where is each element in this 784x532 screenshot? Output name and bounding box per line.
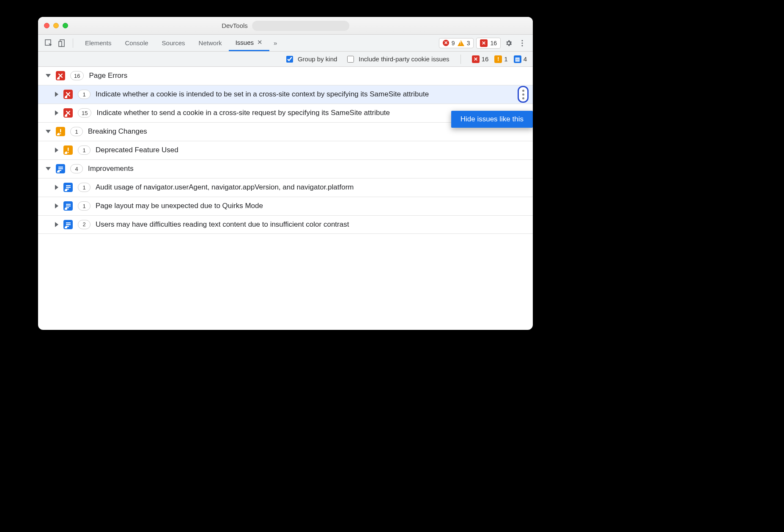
chevron-right-icon: [55, 203, 58, 208]
menu-item-hide-issues[interactable]: Hide issues like this: [461, 115, 524, 123]
error-badge-icon: ✕: [480, 39, 488, 47]
item-count-pill: 1: [78, 201, 90, 211]
issue-title: Page layout may be unexpected due to Qui…: [96, 201, 527, 211]
issue-group[interactable]: 16Page Errors: [38, 67, 533, 85]
issue-item[interactable]: 1Audit usage of navigator.userAgent, nav…: [38, 178, 533, 197]
console-status-badge[interactable]: ✕ 9 3: [439, 38, 474, 48]
traffic-lights: [44, 23, 68, 28]
device-toolbar-icon[interactable]: [57, 38, 68, 49]
svg-rect-29: [66, 224, 71, 225]
item-count-pill: 2: [78, 220, 90, 229]
error-circle-icon: ✕: [443, 40, 449, 46]
svg-rect-24: [66, 204, 71, 205]
error-icon: [63, 90, 73, 99]
group-by-kind-input[interactable]: [286, 56, 293, 63]
warning-badge-icon: !: [494, 55, 502, 63]
separator: [461, 55, 461, 64]
issue-item[interactable]: 1Indicate whether a cookie is intended t…: [38, 85, 533, 104]
chevron-down-icon: [46, 74, 51, 77]
svg-rect-18: [58, 170, 61, 171]
more-tabs-icon[interactable]: »: [269, 35, 281, 51]
more-menu-icon[interactable]: [517, 38, 528, 49]
devtools-toolbar: Elements Console Sources Network Issues …: [38, 35, 533, 52]
svg-rect-14: [68, 152, 69, 153]
svg-rect-20: [66, 185, 71, 186]
inspect-element-icon[interactable]: [43, 38, 54, 49]
issues-error-count: 16: [490, 40, 497, 47]
svg-rect-25: [66, 206, 71, 206]
group-count-pill: 4: [70, 164, 83, 173]
svg-point-3: [521, 40, 523, 41]
error-icon: [63, 108, 73, 118]
error-count-pair[interactable]: ✕16: [472, 55, 489, 63]
info-icon: [63, 201, 73, 211]
svg-rect-2: [59, 41, 62, 47]
issue-group[interactable]: 4Improvements: [38, 160, 533, 178]
item-count-pill: 1: [78, 183, 90, 192]
group-title: Breaking Changes: [88, 127, 527, 137]
svg-rect-10: [60, 129, 61, 132]
group-by-kind-label: Group by kind: [298, 55, 337, 63]
window-title: DevTools: [222, 22, 248, 29]
svg-rect-26: [66, 207, 69, 208]
title-detail-blur: [252, 21, 349, 31]
chevron-right-icon: [55, 222, 58, 227]
group-count-pill: 1: [70, 127, 83, 136]
error-badge-icon: ✕: [472, 55, 480, 63]
close-tab-icon[interactable]: ✕: [257, 38, 263, 46]
info-count-pair[interactable]: ▤4: [514, 55, 527, 63]
settings-gear-icon[interactable]: [503, 38, 514, 49]
chevron-right-icon: [55, 92, 58, 97]
include-thirdparty-checkbox[interactable]: Include third-party cookie issues: [345, 55, 449, 64]
info-icon: [63, 220, 73, 229]
include-thirdparty-label: Include third-party cookie issues: [359, 55, 449, 63]
group-title: Improvements: [88, 164, 527, 174]
separator: [73, 38, 73, 48]
chevron-right-icon: [55, 148, 58, 153]
minimize-window-button[interactable]: [53, 23, 59, 28]
svg-point-5: [521, 45, 523, 46]
issues-list: 16Page Errors1Indicate whether a cookie …: [38, 67, 533, 330]
close-window-button[interactable]: [44, 23, 49, 28]
devtools-window: DevTools Elements Console Sources Networ…: [38, 17, 533, 330]
issue-item-menu-button[interactable]: [518, 86, 529, 103]
include-thirdparty-input[interactable]: [347, 56, 354, 63]
chevron-right-icon: [55, 185, 58, 190]
tab-issues[interactable]: Issues ✕: [229, 35, 269, 51]
tab-network[interactable]: Network: [192, 35, 229, 51]
warning-count-pair[interactable]: !1: [494, 55, 507, 63]
panel-tabs: Elements Console Sources Network Issues …: [78, 35, 281, 51]
svg-rect-21: [66, 187, 71, 188]
group-by-kind-checkbox[interactable]: Group by kind: [285, 55, 337, 64]
group-count-pill: 16: [70, 71, 84, 80]
issue-item[interactable]: 1Page layout may be unexpected due to Qu…: [38, 197, 533, 216]
svg-point-4: [521, 42, 523, 44]
warning-triangle-icon: [458, 40, 464, 46]
info-icon: [63, 183, 73, 192]
context-menu: Hide issues like this: [451, 111, 533, 128]
warning-icon: [63, 145, 73, 155]
svg-rect-28: [66, 222, 71, 223]
issue-kind-counts: ✕16 !1 ▤4: [472, 55, 527, 63]
issues-status-badge[interactable]: ✕ 16: [476, 38, 501, 49]
svg-rect-13: [68, 148, 69, 151]
info-badge-icon: ▤: [514, 55, 521, 63]
svg-rect-22: [66, 189, 69, 189]
group-title: Page Errors: [89, 71, 527, 81]
warning-icon: [56, 127, 65, 136]
svg-rect-17: [58, 168, 63, 169]
tab-console[interactable]: Console: [118, 35, 155, 51]
issue-item[interactable]: 1Deprecated Feature Used: [38, 141, 533, 160]
item-count-pill: 1: [78, 90, 90, 99]
chevron-right-icon: [55, 110, 58, 115]
console-error-count: 9: [452, 40, 455, 47]
tab-elements[interactable]: Elements: [78, 35, 118, 51]
chevron-down-icon: [46, 130, 51, 133]
tab-sources[interactable]: Sources: [155, 35, 192, 51]
issue-item[interactable]: 2Users may have difficulties reading tex…: [38, 216, 533, 234]
info-icon: [56, 164, 65, 173]
maximize-window-button[interactable]: [63, 23, 68, 28]
svg-rect-30: [66, 226, 69, 227]
chevron-down-icon: [46, 167, 51, 170]
error-icon: [56, 71, 65, 80]
